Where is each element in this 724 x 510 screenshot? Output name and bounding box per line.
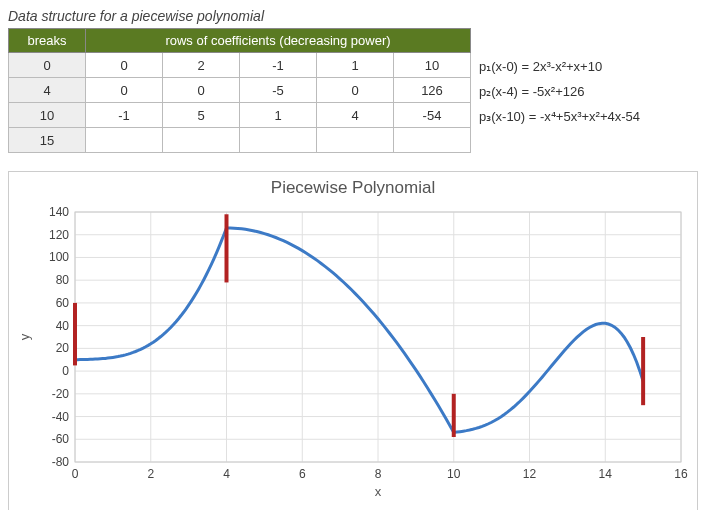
- y-tick-label: -20: [52, 387, 70, 401]
- x-axis-label: x: [375, 484, 382, 499]
- coeff-cell: [317, 128, 394, 153]
- page-title: Data structure for a piecewise polynomia…: [8, 8, 716, 24]
- y-tick-label: 120: [49, 228, 69, 242]
- break-cell: 15: [9, 128, 86, 153]
- break-cell: 10: [9, 103, 86, 128]
- coeff-cell: 0: [163, 78, 240, 103]
- chart-svg: 0246810121416-80-60-40-20020406080100120…: [15, 202, 691, 502]
- table-row: 10 -1 5 1 4 -54: [9, 103, 471, 128]
- coeff-cell: 1: [317, 53, 394, 78]
- coeff-cell: [394, 128, 471, 153]
- y-tick-label: 0: [62, 364, 69, 378]
- x-tick-label: 2: [147, 467, 154, 481]
- y-tick-label: 20: [56, 341, 70, 355]
- data-table-row: breaks rows of coefficients (decreasing …: [8, 28, 716, 153]
- coeff-cell: 0: [86, 53, 163, 78]
- y-tick-label: 80: [56, 273, 70, 287]
- y-tick-label: -40: [52, 410, 70, 424]
- coeff-cell: [163, 128, 240, 153]
- y-axis-label: y: [17, 333, 32, 340]
- coeff-cell: [240, 128, 317, 153]
- coeff-cell: 0: [86, 78, 163, 103]
- chart-container: Piecewise Polynomial 0246810121416-80-60…: [8, 171, 698, 510]
- break-cell: 4: [9, 78, 86, 103]
- coeff-cell: 126: [394, 78, 471, 103]
- x-tick-label: 4: [223, 467, 230, 481]
- x-tick-label: 8: [375, 467, 382, 481]
- y-tick-label: 40: [56, 319, 70, 333]
- table-row: 4 0 0 -5 0 126: [9, 78, 471, 103]
- polynomial-curve: [75, 228, 643, 433]
- coeff-cell: 4: [317, 103, 394, 128]
- coeff-cell: 2: [163, 53, 240, 78]
- x-tick-label: 6: [299, 467, 306, 481]
- coeff-cell: 1: [240, 103, 317, 128]
- table-header-row: breaks rows of coefficients (decreasing …: [9, 29, 471, 53]
- break-cell: 0: [9, 53, 86, 78]
- x-tick-label: 10: [447, 467, 461, 481]
- x-tick-label: 16: [674, 467, 688, 481]
- coeff-cell: -54: [394, 103, 471, 128]
- formula-p3: p₃(x-10) = -x⁴+5x³+x²+4x-54: [479, 104, 640, 129]
- coeff-cell: -1: [86, 103, 163, 128]
- y-tick-label: -80: [52, 455, 70, 469]
- table-row: 15: [9, 128, 471, 153]
- formula-p2: p₂(x-4) = -5x²+126: [479, 79, 640, 104]
- coeff-cell: [86, 128, 163, 153]
- coeff-cell: -1: [240, 53, 317, 78]
- y-tick-label: 140: [49, 205, 69, 219]
- x-tick-label: 14: [599, 467, 613, 481]
- breaks-header: breaks: [9, 29, 86, 53]
- table-row: 0 0 2 -1 1 10: [9, 53, 471, 78]
- y-tick-label: -60: [52, 432, 70, 446]
- coeff-cell: -5: [240, 78, 317, 103]
- coeff-cell: 0: [317, 78, 394, 103]
- coeff-cell: 10: [394, 53, 471, 78]
- x-tick-label: 0: [72, 467, 79, 481]
- formula-list: p₁(x-0) = 2x³-x²+x+10 p₂(x-4) = -5x²+126…: [471, 28, 640, 153]
- formula-p1: p₁(x-0) = 2x³-x²+x+10: [479, 54, 640, 79]
- x-tick-label: 12: [523, 467, 537, 481]
- coeff-header: rows of coefficients (decreasing power): [86, 29, 471, 53]
- y-tick-label: 100: [49, 250, 69, 264]
- coefficients-table: breaks rows of coefficients (decreasing …: [8, 28, 471, 153]
- y-tick-label: 60: [56, 296, 70, 310]
- coeff-cell: 5: [163, 103, 240, 128]
- chart-title: Piecewise Polynomial: [15, 178, 691, 198]
